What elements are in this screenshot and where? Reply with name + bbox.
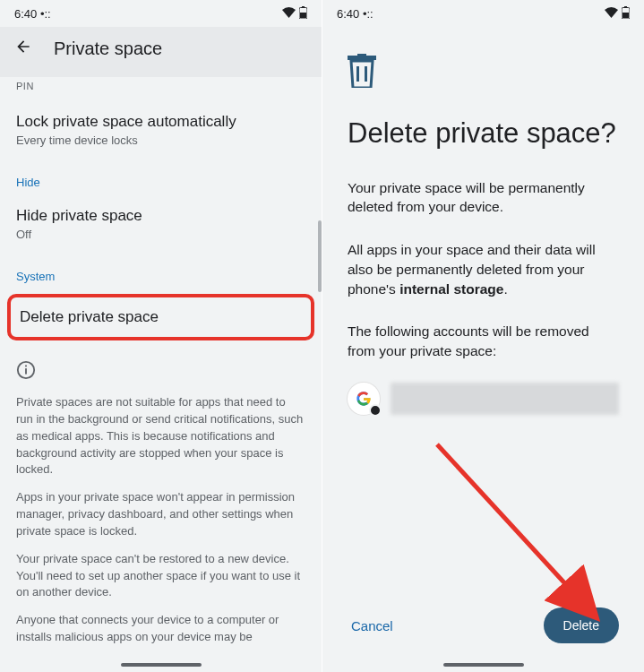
dialog-body: Your private space will be permanently d… [348,160,619,222]
status-dots: •:: [363,7,374,21]
section-hide: Hide [0,159,322,194]
svg-rect-11 [356,66,359,82]
dialog-title: Delete private space? [348,100,619,160]
lock-auto-item[interactable]: Lock private space automatically Every t… [0,100,322,159]
right-screenshot: 6:40 •:: Delete private space? Your priv… [322,0,644,672]
setting-subtitle: Off [16,228,305,241]
svg-rect-2 [300,13,306,18]
svg-rect-8 [623,13,629,18]
svg-rect-5 [25,366,27,367]
svg-line-13 [437,444,591,612]
shield-badge-icon [369,404,382,417]
page-title: Private space [54,39,162,59]
info-paragraph: Your private space can't be restored to … [0,546,322,607]
svg-rect-7 [624,6,627,8]
nav-handle[interactable] [443,663,524,667]
svg-rect-10 [357,54,366,56]
pin-cutoff-label: PIN [0,77,322,100]
dialog-body: All apps in your space and their data wi… [348,222,619,304]
setting-subtitle: Every time device locks [16,134,305,147]
settings-scroll[interactable]: PIN Lock private space automatically Eve… [0,77,322,671]
cancel-button[interactable]: Cancel [348,611,397,641]
info-paragraph: Apps in your private space won't appear … [0,484,322,546]
account-email-redacted [391,383,619,415]
delete-private-space-item[interactable]: Delete private space [20,308,302,326]
dialog-body: The following accounts will be removed f… [348,304,619,366]
hide-space-item[interactable]: Hide private space Off [0,194,322,254]
delete-button[interactable]: Delete [544,607,619,643]
status-bar: 6:40 •:: [322,0,644,27]
svg-rect-1 [302,6,305,8]
dialog-buttons: Cancel Delete [322,607,644,643]
left-screenshot: 6:40 •:: Private space PIN Lock private … [0,0,322,672]
body-text: . [503,281,507,297]
battery-icon [622,6,630,22]
status-time: 6:40 [14,7,37,21]
nav-handle[interactable] [121,663,202,667]
section-system: System [0,254,322,289]
info-icon [0,346,322,389]
wifi-icon [282,7,296,21]
svg-rect-4 [25,368,27,374]
svg-rect-12 [365,66,367,82]
setting-title: Lock private space automatically [16,113,305,131]
battery-icon [299,6,307,22]
body-strong: internal storage [399,281,503,297]
setting-title: Hide private space [16,207,305,225]
scrollbar[interactable] [318,220,322,292]
wifi-icon [605,7,618,21]
status-time: 6:40 [337,7,359,21]
highlight-annotation: Delete private space [7,294,314,340]
status-dots: •:: [40,7,51,21]
arrow-annotation [430,437,618,634]
info-paragraph: Anyone that connects your device to a co… [0,607,322,651]
trash-icon [348,27,619,100]
status-bar: 6:40 •:: [0,0,322,27]
back-icon[interactable] [14,38,32,59]
account-row [348,366,619,431]
dialog-content: Delete private space? Your private space… [322,27,644,431]
page-header: Private space [0,27,322,77]
info-paragraph: Private spaces are not suitable for apps… [0,389,322,484]
google-account-icon [348,383,380,415]
